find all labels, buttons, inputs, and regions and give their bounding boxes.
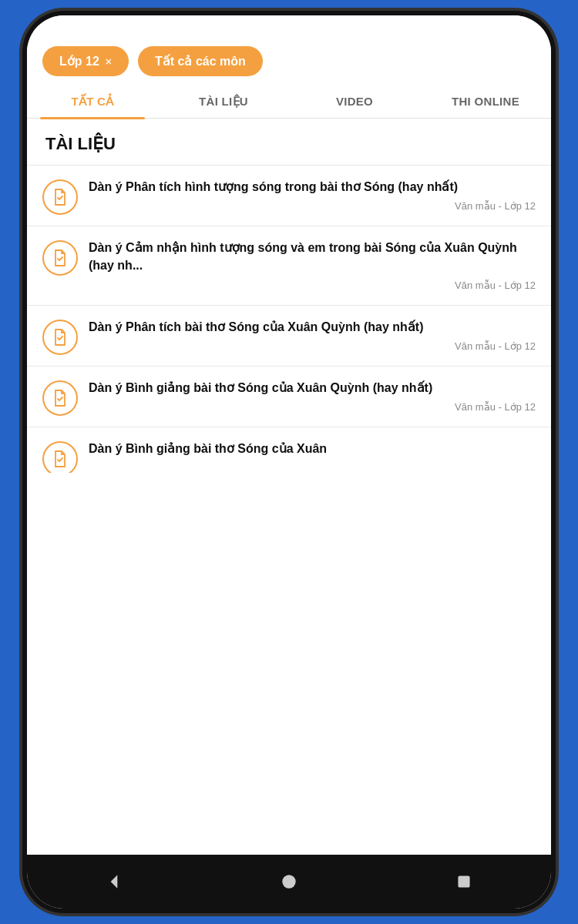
grade-filter-label: Lớp 12 <box>59 54 99 69</box>
recent-icon <box>454 872 474 892</box>
tabs-row: TẤT CẢ TÀI LIỆU VIDEO THI ONLINE <box>27 84 551 119</box>
item-text-block: Dàn ý Bình giảng bài thơ Sóng của Xuân Q… <box>89 379 536 420</box>
list-item[interactable]: Dàn ý Cảm nhận hình tượng sóng và em tro… <box>27 226 551 304</box>
svg-marker-0 <box>111 875 118 888</box>
tab-documents[interactable]: TÀI LIỆU <box>158 84 289 118</box>
grade-filter-close[interactable]: × <box>106 55 112 68</box>
document-icon <box>51 249 69 267</box>
document-icon <box>51 188 69 206</box>
section-title: TÀI LIỆU <box>27 119 551 165</box>
list-item-partial[interactable]: Dàn ý Bình giảng bài thơ Sóng của Xuân <box>27 427 551 473</box>
svg-point-1 <box>282 875 295 888</box>
item-text-block: Dàn ý Bình giảng bài thơ Sóng của Xuân <box>89 440 536 462</box>
filters-row: Lớp 12 × Tất cả các môn <box>27 37 551 84</box>
doc-icon-wrap <box>42 320 78 355</box>
item-text-block: Dàn ý Cảm nhận hình tượng sóng và em tro… <box>89 239 536 298</box>
tab-video[interactable]: VIDEO <box>289 84 420 118</box>
tab-online-test[interactable]: THI ONLINE <box>420 84 551 118</box>
document-icon <box>51 450 69 468</box>
phone-frame: Lớp 12 × Tất cả các môn TẤT CẢ TÀI LIỆU … <box>27 15 551 909</box>
status-bar <box>27 15 551 37</box>
doc-icon-wrap <box>42 441 78 473</box>
item-title: Dàn ý Bình giảng bài thơ Sóng của Xuân Q… <box>89 379 536 397</box>
grade-filter-chip[interactable]: Lớp 12 × <box>42 46 129 76</box>
nav-recent-button[interactable] <box>447 865 481 899</box>
home-icon <box>279 872 299 892</box>
item-text-block: Dàn ý Phân tích bài thơ Sóng của Xuân Qu… <box>89 318 536 360</box>
svg-rect-2 <box>458 875 469 887</box>
item-title: Dàn ý Phân tích bài thơ Sóng của Xuân Qu… <box>89 318 536 336</box>
item-text-block: Dàn ý Phân tích hình tượng sóng trong bà… <box>89 178 536 219</box>
doc-icon-wrap <box>42 380 78 416</box>
subject-filter-chip[interactable]: Tất cả các môn <box>138 46 263 76</box>
doc-icon-wrap <box>42 179 78 215</box>
item-meta: Văn mẫu - Lớp 12 <box>89 280 536 299</box>
item-meta: Văn mẫu - Lớp 12 <box>89 340 536 360</box>
subject-filter-label: Tất cả các môn <box>155 54 246 69</box>
back-icon <box>104 872 124 892</box>
bottom-nav <box>27 855 551 909</box>
doc-icon-wrap <box>42 240 78 276</box>
item-title: Dàn ý Bình giảng bài thơ Sóng của Xuân <box>89 440 536 457</box>
list-item[interactable]: Dàn ý Phân tích hình tượng sóng trong bà… <box>27 165 551 226</box>
item-meta: Văn mẫu - Lớp 12 <box>89 401 536 420</box>
document-icon <box>51 328 69 346</box>
list-item[interactable]: Dàn ý Phân tích bài thơ Sóng của Xuân Qu… <box>27 305 551 366</box>
content-area: TÀI LIỆU Dàn ý Phân tích hình tượng sóng… <box>27 119 551 855</box>
list-item[interactable]: Dàn ý Bình giảng bài thơ Sóng của Xuân Q… <box>27 366 551 427</box>
item-meta: Văn mẫu - Lớp 12 <box>89 200 536 219</box>
document-icon <box>51 389 69 407</box>
nav-back-button[interactable] <box>97 865 131 899</box>
tab-all[interactable]: TẤT CẢ <box>27 84 158 118</box>
item-title: Dàn ý Phân tích hình tượng sóng trong bà… <box>89 178 536 196</box>
item-title: Dàn ý Cảm nhận hình tượng sóng và em tro… <box>89 239 536 274</box>
nav-home-button[interactable] <box>272 865 306 899</box>
